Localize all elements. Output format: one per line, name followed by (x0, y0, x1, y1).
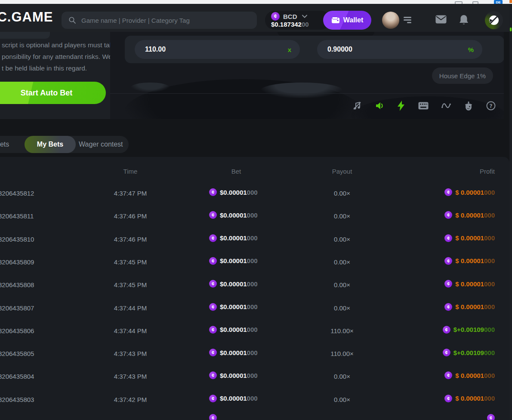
table-row[interactable]: 8206435807 4:37:44 PM ¢ $0.00001000 0.00… (0, 297, 509, 320)
table-row[interactable]: ¢ ¢ (0, 408, 509, 420)
house-edge-badge: House Edge 1% (432, 67, 493, 84)
bet-profit: ¢ $ 0.00001000 (444, 188, 495, 196)
bet-controls-panel: script is optional and players must take… (0, 32, 110, 119)
bet-profit: ¢ (487, 414, 495, 420)
site-logo[interactable]: BC.GAME (0, 9, 53, 25)
bet-id: 8206435807 (0, 304, 34, 312)
bet-id: 8206435804 (0, 373, 34, 380)
wallet-icon (331, 17, 340, 24)
bet-id: 8206435805 (0, 350, 34, 357)
bet-payout: 0.00× (310, 212, 374, 220)
scrollbar-thumb[interactable] (510, 28, 512, 31)
percent-suffix: % (468, 46, 474, 53)
hotkeys-icon[interactable] (418, 101, 429, 111)
bcd-coin-icon: ¢ (487, 414, 495, 420)
win-chance-input[interactable] (327, 45, 468, 54)
table-row[interactable]: 8206435812 4:37:47 PM ¢ $0.00001000 0.00… (0, 183, 509, 205)
bet-profit: ¢ $ 0.00001000 (444, 257, 495, 265)
chat-icon (488, 15, 500, 26)
game-art-rock (261, 83, 342, 98)
bcd-coin-icon: ¢ (271, 12, 280, 21)
table-row[interactable]: 8206435809 4:37:45 PM ¢ $0.00001000 0.00… (0, 251, 509, 274)
game-inputs-panel: x % (125, 36, 504, 63)
bet-id: 8206435808 (0, 281, 34, 288)
notifications-bell-icon[interactable] (459, 15, 469, 26)
help-icon[interactable]: ? (486, 101, 496, 111)
payout-field[interactable]: x (135, 40, 300, 59)
bcd-coin-icon: ¢ (209, 414, 217, 420)
bet-amount: ¢ $0.00001000 (209, 257, 258, 265)
bet-id: 8206435803 (0, 396, 34, 403)
game-search[interactable] (62, 12, 257, 29)
bet-amount: ¢ $0.00001000 (209, 326, 258, 334)
table-row[interactable]: 8206435806 4:37:44 PM ¢ $0.00001000 110.… (0, 320, 509, 343)
bcd-coin-icon: ¢ (209, 257, 217, 265)
bet-time: 4:37:45 PM (99, 281, 162, 288)
bcd-coin-icon: ¢ (444, 234, 452, 242)
sound-icon[interactable] (374, 101, 385, 111)
column-header-payout: Payout (310, 168, 374, 175)
bet-id: 8206435806 (0, 327, 34, 334)
bet-payout: 0.00× (310, 190, 374, 197)
bcd-coin-icon: ¢ (209, 188, 217, 196)
scrollbar-track[interactable] (509, 4, 512, 420)
bet-profit: ¢ $+0.00109000 (443, 349, 495, 356)
currency-code: BCD (283, 13, 297, 20)
bet-amount: ¢ $0.00001000 (209, 234, 258, 242)
bcd-coin-icon: ¢ (209, 280, 217, 288)
extension-icon[interactable] (509, 0, 512, 3)
toolbar-divider (110, 93, 504, 94)
mail-icon[interactable] (435, 15, 447, 24)
search-input[interactable] (80, 16, 246, 25)
tab-all-bets[interactable]: All Bets (0, 136, 9, 153)
table-row[interactable]: 8206435808 4:37:45 PM ¢ $0.00001000 0.00… (0, 274, 509, 297)
bet-profit: ¢ $ 0.00001000 (444, 234, 495, 242)
wallet-button[interactable]: Wallet (323, 11, 371, 30)
bcd-coin-icon: ¢ (209, 211, 217, 219)
seed-icon[interactable] (463, 101, 474, 111)
bcd-coin-icon: ¢ (444, 257, 452, 265)
bet-amount: ¢ $0.00001000 (209, 188, 258, 196)
currency-selector[interactable]: ¢ BCD $0.18734200 (265, 11, 330, 30)
browser-toolbar-strip: DE (0, 0, 512, 4)
table-row[interactable]: 8206435805 4:37:43 PM ¢ $0.00001000 110.… (0, 343, 509, 366)
bet-payout: 0.00× (310, 281, 374, 288)
bcd-coin-icon: ¢ (443, 326, 450, 334)
bet-profit: ¢ $ 0.00001000 (444, 395, 495, 402)
multiplier-suffix: x (288, 46, 291, 53)
bet-amount: ¢ $0.00001000 (209, 349, 258, 356)
user-avatar[interactable] (382, 12, 399, 29)
turbo-icon[interactable] (396, 101, 406, 111)
bcd-coin-icon: ¢ (209, 326, 217, 334)
chat-button[interactable] (485, 11, 503, 29)
tab-wager-contest[interactable]: Wager contest (79, 136, 123, 153)
profile-menu-icon[interactable] (403, 17, 411, 24)
top-header: BC.GAME ¢ BCD $0.18734200 Wallet (0, 4, 512, 32)
bet-amount-input-remnant[interactable] (0, 32, 50, 39)
table-row[interactable]: 8206435804 4:37:43 PM ¢ $0.00001000 0.00… (0, 366, 509, 389)
payout-input[interactable] (144, 45, 288, 54)
search-icon (68, 16, 76, 24)
bcd-coin-icon: ¢ (209, 234, 217, 242)
table-row[interactable]: 8206435810 4:37:46 PM ¢ $0.00001000 0.00… (0, 229, 509, 251)
game-art-rock (131, 83, 170, 92)
tab-my-bets[interactable]: My Bets (25, 136, 76, 153)
column-header-bet: Bet (209, 168, 263, 175)
win-chance-field[interactable]: % (317, 40, 482, 59)
bet-amount: ¢ $0.00001000 (209, 371, 258, 379)
bet-time: 4:37:43 PM (99, 373, 162, 380)
bcd-coin-icon: ¢ (209, 303, 217, 311)
music-muted-icon[interactable] (352, 101, 362, 111)
bet-time: 4:37:46 PM (99, 212, 162, 220)
bet-time: 4:37:44 PM (99, 304, 162, 312)
bet-time: 4:37:45 PM (99, 258, 162, 266)
start-auto-bet-button[interactable]: Start Auto Bet (0, 82, 106, 104)
bcd-coin-icon: ¢ (444, 211, 452, 219)
bcd-coin-icon: ¢ (444, 395, 452, 402)
trends-icon[interactable] (441, 101, 451, 111)
bet-id: 8206435810 (0, 236, 34, 243)
bcd-coin-icon: ¢ (444, 280, 452, 288)
bet-profit: ¢ $ 0.00001000 (444, 371, 495, 379)
column-header-profit: Profit (480, 168, 495, 175)
table-row[interactable]: 8206435811 4:37:46 PM ¢ $0.00001000 0.00… (0, 205, 509, 228)
